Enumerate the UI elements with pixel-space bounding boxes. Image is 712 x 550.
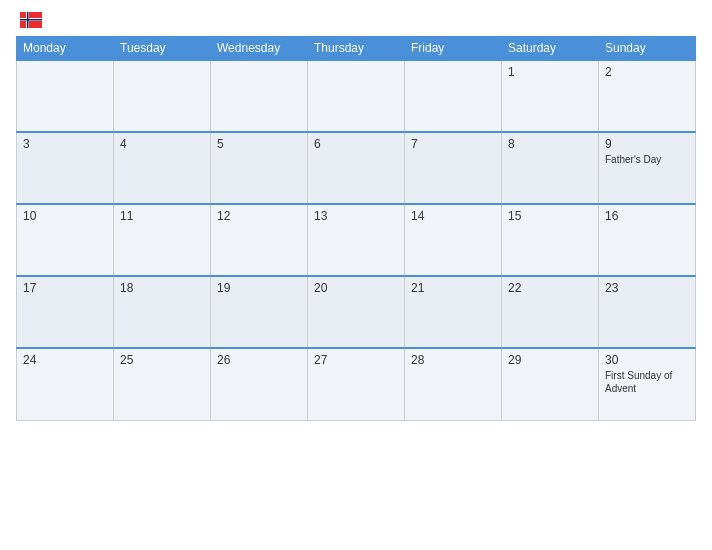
day-cell: 5 [211, 132, 308, 204]
day-cell: 27 [308, 348, 405, 420]
day-number: 25 [120, 353, 204, 367]
day-cell [17, 60, 114, 132]
day-number: 30 [605, 353, 689, 367]
day-number: 3 [23, 137, 107, 151]
weekday-header-saturday: Saturday [502, 37, 599, 61]
day-cell: 21 [405, 276, 502, 348]
event-label: Father's Day [605, 153, 689, 166]
day-number: 11 [120, 209, 204, 223]
day-number: 15 [508, 209, 592, 223]
day-cell [211, 60, 308, 132]
weekday-header-monday: Monday [17, 37, 114, 61]
day-number: 23 [605, 281, 689, 295]
day-number: 16 [605, 209, 689, 223]
day-cell: 8 [502, 132, 599, 204]
day-number: 29 [508, 353, 592, 367]
event-label: First Sunday of Advent [605, 369, 689, 395]
page-header [16, 12, 696, 28]
day-cell: 3 [17, 132, 114, 204]
norway-flag-icon [20, 12, 42, 28]
day-cell: 23 [599, 276, 696, 348]
day-number: 2 [605, 65, 689, 79]
day-number: 5 [217, 137, 301, 151]
day-number: 14 [411, 209, 495, 223]
week-row-2: 3456789Father's Day [17, 132, 696, 204]
day-cell: 24 [17, 348, 114, 420]
day-cell: 7 [405, 132, 502, 204]
logo [16, 12, 42, 28]
day-cell: 14 [405, 204, 502, 276]
day-cell: 30First Sunday of Advent [599, 348, 696, 420]
day-number: 28 [411, 353, 495, 367]
day-number: 10 [23, 209, 107, 223]
calendar-page: MondayTuesdayWednesdayThursdayFridaySatu… [0, 0, 712, 550]
day-cell: 6 [308, 132, 405, 204]
day-number: 8 [508, 137, 592, 151]
day-number: 20 [314, 281, 398, 295]
day-number: 13 [314, 209, 398, 223]
calendar-table: MondayTuesdayWednesdayThursdayFridaySatu… [16, 36, 696, 421]
svg-rect-4 [20, 19, 42, 21]
day-number: 21 [411, 281, 495, 295]
day-cell: 19 [211, 276, 308, 348]
weekday-header-sunday: Sunday [599, 37, 696, 61]
day-cell: 29 [502, 348, 599, 420]
weekday-header-row: MondayTuesdayWednesdayThursdayFridaySatu… [17, 37, 696, 61]
day-number: 1 [508, 65, 592, 79]
week-row-5: 24252627282930First Sunday of Advent [17, 348, 696, 420]
day-number: 4 [120, 137, 204, 151]
weekday-header-wednesday: Wednesday [211, 37, 308, 61]
day-cell: 9Father's Day [599, 132, 696, 204]
day-number: 24 [23, 353, 107, 367]
week-row-1: 12 [17, 60, 696, 132]
weekday-header-thursday: Thursday [308, 37, 405, 61]
day-number: 17 [23, 281, 107, 295]
day-cell: 26 [211, 348, 308, 420]
day-cell: 11 [114, 204, 211, 276]
day-cell: 16 [599, 204, 696, 276]
day-cell: 4 [114, 132, 211, 204]
day-cell: 22 [502, 276, 599, 348]
day-number: 9 [605, 137, 689, 151]
day-cell: 18 [114, 276, 211, 348]
week-row-3: 10111213141516 [17, 204, 696, 276]
day-number: 26 [217, 353, 301, 367]
day-cell: 13 [308, 204, 405, 276]
day-cell: 2 [599, 60, 696, 132]
day-cell: 25 [114, 348, 211, 420]
day-cell: 28 [405, 348, 502, 420]
week-row-4: 17181920212223 [17, 276, 696, 348]
day-cell: 20 [308, 276, 405, 348]
day-number: 18 [120, 281, 204, 295]
day-cell [405, 60, 502, 132]
day-cell: 17 [17, 276, 114, 348]
day-number: 6 [314, 137, 398, 151]
day-cell: 12 [211, 204, 308, 276]
day-cell: 10 [17, 204, 114, 276]
day-number: 22 [508, 281, 592, 295]
weekday-header-friday: Friday [405, 37, 502, 61]
day-cell [308, 60, 405, 132]
day-number: 19 [217, 281, 301, 295]
day-number: 27 [314, 353, 398, 367]
day-number: 7 [411, 137, 495, 151]
day-cell: 15 [502, 204, 599, 276]
day-number: 12 [217, 209, 301, 223]
weekday-header-tuesday: Tuesday [114, 37, 211, 61]
day-cell [114, 60, 211, 132]
day-cell: 1 [502, 60, 599, 132]
